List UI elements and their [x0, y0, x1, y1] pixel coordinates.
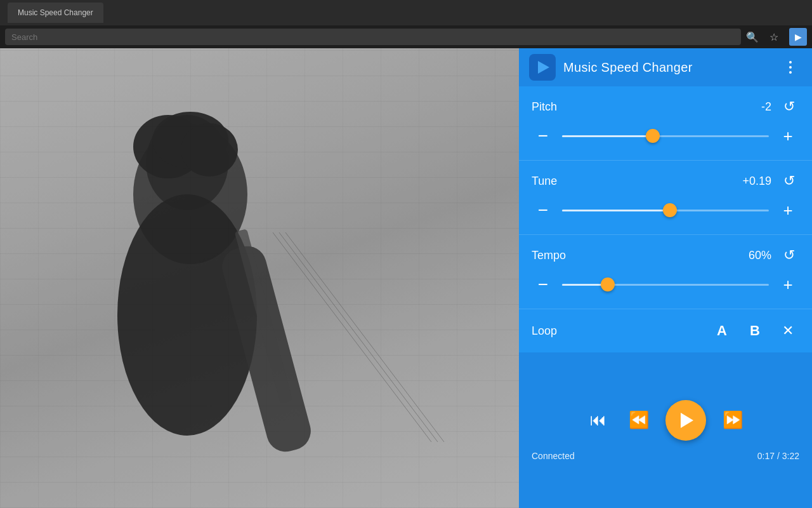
browser-chrome: Music Speed Changer [0, 0, 812, 25]
app-logo [529, 54, 556, 81]
pitch-section: Pitch -2 − + [519, 86, 812, 161]
pitch-reset-icon [783, 98, 795, 115]
tempo-reset-icon [783, 247, 795, 264]
pitch-slider-track [562, 135, 769, 137]
menu-dot-3 [789, 71, 792, 74]
search-button[interactable]: 🔍 [746, 31, 759, 43]
browser-tab[interactable]: Music Speed Changer [8, 3, 103, 23]
video-area [0, 48, 519, 508]
rewind-button[interactable]: ⏪ [625, 406, 653, 434]
address-input[interactable] [5, 29, 741, 45]
tempo-header: Tempo 60% [532, 245, 799, 265]
svg-point-4 [181, 123, 238, 177]
search-icon: 🔍 [746, 32, 759, 43]
tune-reset-icon [783, 173, 795, 189]
loop-buttons: A B ✕ [710, 319, 799, 342]
extension-icon: ▶ [795, 32, 802, 42]
tune-decrease-button[interactable]: − [532, 199, 554, 222]
pitch-plus-icon: + [783, 128, 792, 144]
star-icon: ☆ [769, 31, 778, 43]
panel-title: Music Speed Changer [563, 60, 771, 75]
skip-back-button[interactable]: ⏮ [584, 406, 612, 434]
pitch-label: Pitch [532, 100, 761, 114]
pitch-increase-button[interactable]: + [776, 124, 799, 147]
loop-b-button[interactable]: B [743, 319, 766, 342]
loop-label: Loop [532, 324, 710, 338]
tempo-slider-track [562, 284, 769, 286]
pitch-slider-container[interactable] [562, 124, 769, 147]
loop-close-icon: ✕ [782, 323, 794, 339]
connection-status: Connected [532, 451, 575, 461]
skip-back-icon: ⏮ [590, 410, 606, 430]
tune-label: Tune [532, 175, 742, 188]
pitch-header: Pitch -2 [532, 97, 799, 117]
loop-close-button[interactable]: ✕ [776, 319, 799, 342]
play-icon [681, 413, 693, 428]
pitch-minus-icon: − [538, 127, 548, 145]
music-speed-changer-panel: Music Speed Changer Pitch -2 − [519, 48, 812, 508]
svg-line-10 [285, 232, 444, 442]
playback-section: ⏮ ⏪ ⏩ Connected 0:17 / 3:22 [519, 352, 812, 508]
person-illustration [0, 48, 519, 508]
toolbar-icons: ☆ ▶ [765, 28, 807, 46]
tempo-slider-thumb[interactable] [601, 277, 615, 291]
fast-forward-icon: ⏩ [723, 410, 743, 430]
tempo-increase-button[interactable]: + [776, 273, 799, 296]
tempo-minus-icon: − [538, 276, 548, 293]
tune-reset-button[interactable] [779, 171, 799, 191]
tempo-slider-container[interactable] [562, 273, 769, 296]
playback-controls: ⏮ ⏪ ⏩ [584, 400, 747, 441]
rewind-icon: ⏪ [629, 410, 649, 430]
tempo-label: Tempo [532, 249, 749, 262]
tune-slider-track [562, 210, 769, 211]
loop-section: Loop A B ✕ [519, 309, 812, 352]
tune-value: +0.19 [742, 175, 771, 188]
tune-slider-container[interactable] [562, 199, 769, 222]
tempo-reset-button[interactable] [779, 245, 799, 265]
fast-forward-button[interactable]: ⏩ [719, 406, 747, 434]
tab-title: Music Speed Changer [18, 8, 93, 17]
browser-tab-bar: Music Speed Changer [8, 3, 804, 23]
menu-dot-1 [789, 61, 792, 64]
pitch-slider-row: − + [532, 124, 799, 147]
tune-minus-icon: − [538, 201, 548, 219]
tempo-slider-row: − + [532, 273, 799, 296]
tune-section: Tune +0.19 − + [519, 161, 812, 235]
pitch-reset-button[interactable] [779, 97, 799, 117]
play-button[interactable] [665, 400, 706, 441]
tune-slider-row: − + [532, 199, 799, 222]
tune-slider-thumb[interactable] [663, 203, 677, 217]
tempo-value: 60% [749, 249, 771, 262]
playback-time: 0:17 / 3:22 [757, 451, 799, 461]
tune-increase-button[interactable]: + [776, 199, 799, 222]
tune-slider-fill [562, 210, 670, 211]
star-button[interactable]: ☆ [765, 28, 783, 46]
tempo-plus-icon: + [783, 276, 792, 293]
pitch-value: -2 [761, 100, 771, 114]
pitch-decrease-button[interactable]: − [532, 124, 554, 147]
loop-a-button[interactable]: A [710, 319, 733, 342]
panel-menu-button[interactable] [779, 56, 802, 79]
extension-button[interactable]: ▶ [789, 28, 807, 46]
logo-play-icon [538, 61, 549, 74]
tempo-section: Tempo 60% − + [519, 235, 812, 309]
pitch-slider-thumb[interactable] [646, 129, 660, 143]
tempo-decrease-button[interactable]: − [532, 273, 554, 296]
status-row: Connected 0:17 / 3:22 [529, 451, 802, 461]
address-bar-row: 🔍 ☆ ▶ [0, 25, 812, 48]
tune-header: Tune +0.19 [532, 171, 799, 191]
tune-plus-icon: + [783, 202, 792, 218]
menu-dot-2 [789, 66, 792, 69]
panel-header: Music Speed Changer [519, 48, 812, 86]
pitch-slider-fill [562, 135, 653, 137]
main-content: Music Speed Changer Pitch -2 − [0, 48, 812, 508]
